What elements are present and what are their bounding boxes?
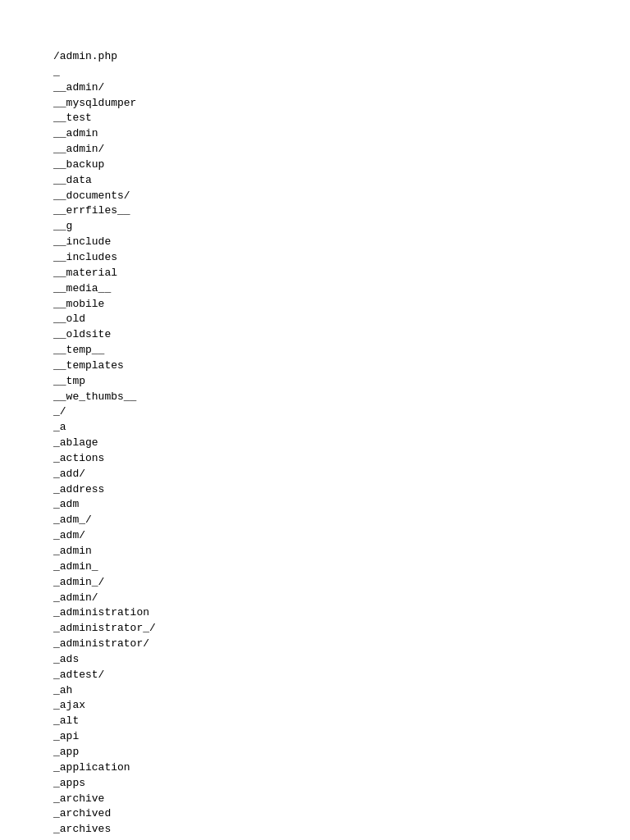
list-item: _archives: [53, 822, 630, 838]
list-item: __we_thumbs__: [53, 390, 630, 405]
list-item: _adm: [53, 497, 630, 513]
list-item: _archived: [53, 806, 630, 822]
list-item: _ablage: [53, 436, 630, 451]
list-item: __includes: [53, 250, 630, 266]
list-item: _ah: [53, 683, 630, 699]
list-item: _application: [53, 760, 630, 776]
list-item: _admin/: [53, 591, 630, 606]
list-item: _api: [53, 729, 630, 745]
list-item: __temp__: [53, 343, 630, 358]
list-item: __admin/: [53, 80, 630, 96]
list-item: __errfiles__: [53, 203, 630, 219]
list-item: _/: [53, 404, 630, 420]
list-item: _ads: [53, 652, 630, 668]
list-item: _ajax: [53, 698, 630, 714]
list-item: __mysqldumper: [53, 96, 630, 112]
list-item: _admin_: [53, 559, 630, 575]
list-item: _adm_/: [53, 513, 630, 528]
list-item: __oldsite: [53, 327, 630, 343]
list-item: __backup: [53, 158, 630, 173]
list-item: __old: [53, 312, 630, 327]
list-item: __include: [53, 235, 630, 250]
file-list: /admin.php___admin/__mysqldumper__test__…: [53, 49, 630, 840]
list-item: __material: [53, 266, 630, 281]
list-item: _adm/: [53, 528, 630, 544]
list-item: _a: [53, 420, 630, 436]
list-item: _administrator/: [53, 637, 630, 652]
list-item: __media__: [53, 281, 630, 297]
list-item: __tmp: [53, 374, 630, 390]
list-item: __g: [53, 219, 630, 235]
list-item: _archive: [53, 792, 630, 807]
list-item: _actions: [53, 451, 630, 467]
list-item: /admin.php: [53, 49, 630, 65]
list-item: __mobile: [53, 297, 630, 313]
list-item: __test: [53, 111, 630, 126]
list-item: __templates: [53, 358, 630, 374]
list-item: _administration: [53, 605, 630, 621]
list-item: __admin/: [53, 142, 630, 158]
list-item: _add/: [53, 467, 630, 482]
list-item: _admin: [53, 544, 630, 559]
list-item: _: [53, 65, 630, 80]
list-item: __admin: [53, 126, 630, 142]
list-item: _administrator_/: [53, 621, 630, 637]
list-item: _alt: [53, 714, 630, 729]
list-item: _app: [53, 745, 630, 760]
list-item: _adtest/: [53, 668, 630, 683]
list-item: __documents/: [53, 189, 630, 204]
list-item: _apps: [53, 776, 630, 792]
list-item: __data: [53, 173, 630, 189]
list-item: _admin_/: [53, 575, 630, 591]
list-item: _address: [53, 482, 630, 498]
